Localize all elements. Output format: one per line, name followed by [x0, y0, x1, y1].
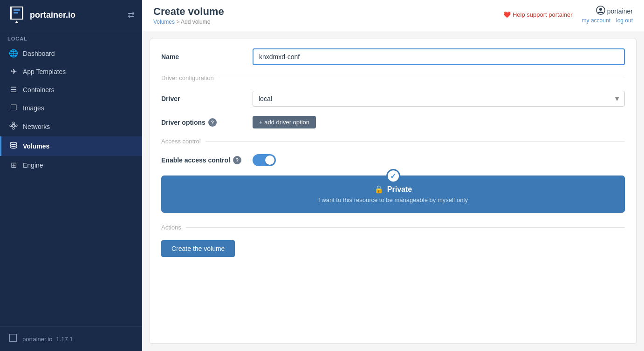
- sidebar-item-label: Containers: [23, 86, 55, 94]
- sidebar-item-engine[interactable]: ⊞ Engine: [0, 156, 142, 174]
- breadcrumb-separator: >: [176, 19, 179, 25]
- volumes-icon: [9, 141, 18, 151]
- sidebar-item-label: Images: [23, 104, 44, 112]
- checkmark: ✓: [390, 172, 396, 181]
- env-label: LOCAL: [0, 30, 142, 44]
- help-support-label: Help support portainer: [513, 11, 573, 18]
- name-row: Name: [161, 48, 625, 65]
- sidebar-item-label: Engine: [23, 162, 43, 169]
- breadcrumb-volumes-link[interactable]: Volumes: [153, 19, 175, 25]
- private-title-text: Private: [387, 185, 412, 194]
- check-icon: ✓: [386, 169, 400, 183]
- containers-icon: ☰: [9, 85, 18, 94]
- actions-label: Actions: [161, 224, 181, 231]
- sidebar-item-app-templates[interactable]: ✈ App Templates: [0, 62, 142, 81]
- svg-rect-20: [9, 341, 17, 342]
- user-avatar-icon: [596, 6, 605, 16]
- sidebar: portainer.io ⇄ LOCAL 🌐 Dashboard ✈ App T…: [0, 0, 142, 351]
- sidebar-footer: portainer.io 1.17.1: [0, 326, 142, 351]
- svg-point-9: [15, 125, 17, 127]
- svg-rect-3: [10, 19, 23, 20]
- driver-label: Driver: [161, 95, 245, 102]
- svg-rect-4: [14, 9, 20, 11]
- name-label: Name: [161, 53, 245, 61]
- lock-icon: 🔒: [374, 185, 384, 194]
- sidebar-logo: portainer.io: [7, 6, 75, 24]
- topbar-right: ❤️ Help support portainer portainer my: [503, 6, 633, 24]
- enable-access-row: Enable access control ?: [161, 154, 625, 166]
- private-title: 🔒 Private: [171, 185, 616, 194]
- add-driver-option-button[interactable]: + add driver option: [253, 116, 316, 128]
- sidebar-item-label: Volumes: [23, 142, 49, 150]
- logout-link[interactable]: log out: [616, 17, 633, 24]
- sidebar-item-label: Dashboard: [23, 50, 55, 57]
- toggle-thumb: [265, 155, 274, 165]
- logo-text: portainer.io: [30, 10, 75, 20]
- page-title: Create volume: [153, 6, 224, 18]
- sidebar-item-dashboard[interactable]: 🌐 Dashboard: [0, 44, 142, 62]
- driver-options-help-icon[interactable]: ?: [208, 118, 217, 127]
- breadcrumb: Volumes > Add volume: [153, 19, 224, 25]
- access-control-label: Access control: [161, 138, 201, 145]
- driver-select[interactable]: local: [253, 91, 625, 107]
- footer-logo: portainer.io: [22, 336, 52, 343]
- svg-rect-1: [10, 7, 12, 20]
- sidebar-item-containers[interactable]: ☰ Containers: [0, 81, 142, 99]
- create-volume-label: Create the volume: [171, 245, 225, 252]
- svg-point-16: [10, 142, 17, 145]
- content-card: Name Driver configuration Driver local ▼…: [150, 39, 637, 344]
- switch-endpoint-icon[interactable]: ⇄: [128, 10, 135, 20]
- actions-area: Create the volume: [161, 240, 625, 257]
- private-card[interactable]: ✓ 🔒 Private I want to this resource to b…: [161, 176, 625, 213]
- sidebar-item-label: Networks: [23, 123, 50, 130]
- topbar: Create volume Volumes > Add volume ❤️ He…: [142, 0, 644, 31]
- engine-icon: ⊞: [9, 161, 18, 169]
- svg-rect-2: [22, 7, 23, 20]
- driver-config-label: Driver configuration: [161, 74, 214, 81]
- enable-access-help-icon[interactable]: ?: [233, 156, 241, 164]
- sidebar-nav: 🌐 Dashboard ✈ App Templates ☰ Containers…: [0, 44, 142, 326]
- footer-version: 1.17.1: [56, 336, 73, 343]
- main-content: Create volume Volumes > Add volume ❤️ He…: [142, 0, 644, 351]
- toggle-track: [253, 154, 276, 166]
- svg-point-8: [10, 125, 12, 127]
- driver-select-wrapper: local ▼: [253, 91, 625, 107]
- svg-rect-0: [10, 7, 23, 7]
- name-input[interactable]: [253, 48, 625, 65]
- my-account-link[interactable]: my account: [582, 17, 610, 24]
- svg-rect-5: [14, 12, 18, 14]
- svg-rect-18: [9, 334, 10, 342]
- access-control-toggle[interactable]: [253, 154, 276, 166]
- name-input-wrapper: [253, 48, 625, 65]
- actions-section: Actions: [161, 224, 625, 231]
- svg-point-10: [13, 122, 14, 124]
- svg-rect-17: [9, 334, 17, 334]
- sidebar-item-networks[interactable]: Networks: [0, 117, 142, 136]
- sidebar-item-images[interactable]: ❐ Images: [0, 99, 142, 117]
- driver-config-section: Driver configuration: [161, 74, 625, 81]
- user-name-label: portainer: [607, 7, 633, 15]
- driver-row: Driver local ▼: [161, 91, 625, 107]
- sidebar-item-volumes[interactable]: Volumes: [0, 136, 142, 156]
- driver-options-label: Driver options ?: [161, 118, 245, 127]
- user-area: portainer my account log out: [582, 6, 633, 24]
- create-volume-button[interactable]: Create the volume: [161, 240, 235, 257]
- svg-point-22: [599, 8, 602, 11]
- add-driver-option-label: + add driver option: [259, 119, 309, 126]
- private-desc: I want to this resource to be manageable…: [171, 196, 616, 203]
- svg-rect-19: [16, 334, 17, 342]
- sidebar-item-label: App Templates: [23, 68, 66, 75]
- images-icon: ❐: [9, 103, 18, 112]
- help-support-link[interactable]: ❤️ Help support portainer: [503, 11, 573, 18]
- heart-icon: ❤️: [503, 11, 511, 18]
- driver-options-text: Driver options: [161, 119, 206, 126]
- svg-point-11: [13, 128, 14, 129]
- enable-access-label: Enable access control ?: [161, 156, 245, 164]
- app-templates-icon: ✈: [9, 67, 18, 76]
- networks-icon: [9, 122, 18, 132]
- sidebar-header: portainer.io ⇄: [0, 0, 142, 30]
- enable-access-text: Enable access control: [161, 156, 230, 164]
- svg-point-7: [12, 124, 15, 127]
- driver-options-row: Driver options ? + add driver option: [161, 116, 625, 128]
- svg-rect-6: [15, 22, 18, 23]
